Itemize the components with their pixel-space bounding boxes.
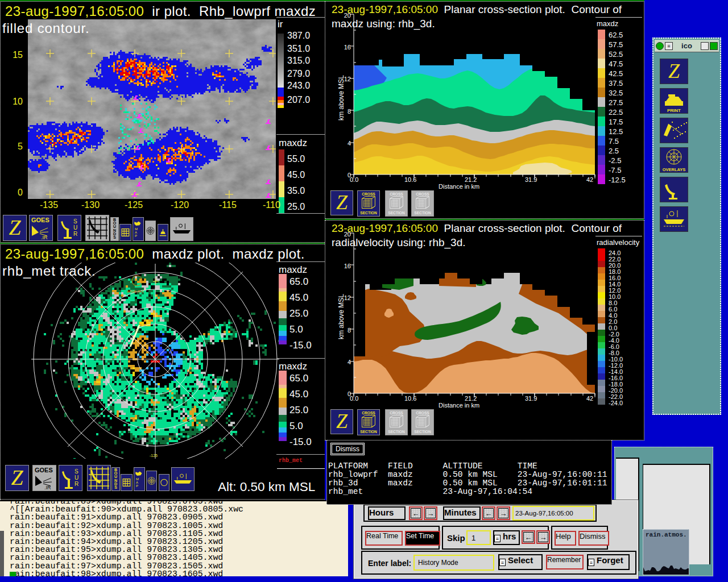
svg-text:P: P — [135, 234, 137, 238]
svg-text:SECTION: SECTION — [388, 211, 405, 215]
svg-text:M: M — [136, 477, 139, 481]
svg-text:SECTION: SECTION — [414, 211, 431, 215]
svg-text:PRINT: PRINT — [667, 108, 681, 113]
svg-text:OVERLAYS: OVERLAYS — [663, 167, 686, 172]
svg-text:U: U — [75, 475, 78, 481]
svg-text:-125: -125 — [150, 454, 158, 458]
svg-text:CROSS: CROSS — [416, 411, 429, 415]
svg-text:GOES: GOES — [31, 217, 49, 223]
svg-text:CROSS: CROSS — [390, 192, 403, 196]
svg-text:CROSS: CROSS — [362, 411, 375, 415]
svg-text:M: M — [135, 227, 138, 231]
svg-text:A: A — [135, 231, 137, 234]
svg-text:A: A — [136, 481, 138, 484]
svg-text:Z: Z — [668, 60, 680, 82]
svg-text:CROSS: CROSS — [390, 411, 403, 415]
svg-text:P: P — [136, 484, 138, 488]
svg-text:GOES: GOES — [35, 467, 53, 473]
svg-text:whoe-m-t: whoe-m-t — [126, 289, 143, 293]
svg-text:Z: Z — [11, 465, 23, 489]
svg-text:.IR: .IR — [41, 235, 48, 240]
svg-text:.IR: .IR — [44, 485, 51, 490]
svg-text:SECTION: SECTION — [360, 211, 377, 215]
svg-text:R: R — [75, 481, 78, 487]
svg-text:CROSS: CROSS — [362, 192, 375, 196]
svg-text:CROSS: CROSS — [416, 192, 429, 196]
svg-text:SECTION: SECTION — [360, 430, 377, 434]
svg-text:Z: Z — [336, 410, 348, 433]
svg-text:R: R — [73, 231, 77, 237]
svg-text:Z: Z — [336, 191, 348, 214]
svg-text:S: S — [73, 218, 77, 225]
svg-text:U: U — [73, 225, 77, 231]
svg-text:SECTION: SECTION — [388, 430, 405, 434]
svg-text:Z: Z — [9, 215, 21, 239]
svg-text:SECTION: SECTION — [414, 430, 431, 434]
svg-text:S: S — [75, 468, 78, 475]
